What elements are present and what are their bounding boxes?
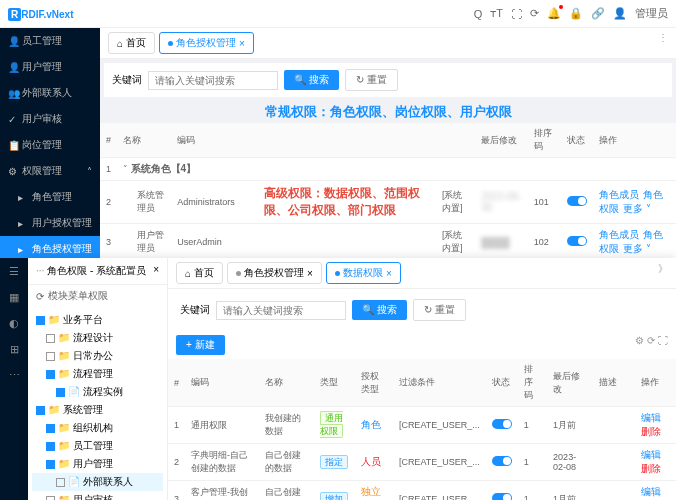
reset-button[interactable]: ↻ 重置 <box>345 69 398 91</box>
lock-icon[interactable]: 🔒 <box>569 7 583 20</box>
icon-font[interactable]: ᴛT <box>490 7 503 20</box>
icon-q[interactable]: Q <box>474 8 483 20</box>
tree-item[interactable]: 📁 用户管理 <box>32 455 163 473</box>
tabs-more-icon[interactable]: ⋮ <box>658 32 668 54</box>
tree-item[interactable]: 📄 流程实例 <box>32 383 163 401</box>
table-row[interactable]: 1通用权限我创建的数据通用权限角色[CREATE_USER_...11月前编辑 … <box>168 407 676 444</box>
sidebar-item[interactable]: ▸角色管理 <box>0 184 100 210</box>
table-row[interactable]: 3用户管理员UserAdmin[系统内置]████102角色成员角色权限更多 ˅ <box>100 224 676 261</box>
sidebar-item[interactable]: ⚙权限管理˄ <box>0 158 100 184</box>
refresh-icon[interactable]: ⟳ <box>530 7 539 20</box>
tab-data-perm[interactable]: 数据权限 × <box>326 262 401 284</box>
tree-item[interactable]: 📁 组织机构 <box>32 419 163 437</box>
username[interactable]: 管理员 <box>635 6 668 21</box>
vbar-icon[interactable]: ⋯ <box>0 362 28 388</box>
avatar[interactable]: 👤 <box>613 7 627 20</box>
sidebar-item[interactable]: 👥外部联系人 <box>0 80 100 106</box>
tree-item[interactable]: 📄 外部联系人 <box>32 473 163 491</box>
tab-home[interactable]: ⌂ 首页 <box>108 32 155 54</box>
tree-item[interactable]: 📁 员工管理 <box>32 437 163 455</box>
tree-item[interactable]: 📁 系统管理 <box>32 401 163 419</box>
sidebar-item[interactable]: 👤员工管理 <box>0 28 100 54</box>
reset-button-2[interactable]: ↻ 重置 <box>413 299 466 321</box>
tabs: ⌂ 首页 角色授权管理 × ⋮ <box>100 28 676 59</box>
tree-item[interactable]: 📁 流程设计 <box>32 329 163 347</box>
tree-item[interactable]: 📁 日常办公 <box>32 347 163 365</box>
sidebar-item[interactable]: ▸用户授权管理 <box>0 210 100 236</box>
table-row[interactable]: 2字典明细-自己创建的数据自己创建的数据指定人员[CREATE_USER_...… <box>168 444 676 481</box>
tab-home-2[interactable]: ⌂ 首页 <box>176 262 223 284</box>
banner-normal: 常规权限：角色权限、岗位权限、用户权限 <box>100 101 676 123</box>
table-row[interactable]: 2系统管理员Administrators高级权限：数据权限、范围权限、公司权限、… <box>100 181 676 224</box>
vbar-icon[interactable]: ▦ <box>0 284 28 310</box>
bell-icon[interactable]: 🔔 <box>547 7 561 20</box>
search-label: 关键词 <box>112 73 142 87</box>
expand-icon[interactable]: ⛶ <box>511 8 522 20</box>
search-input-2[interactable] <box>216 301 346 320</box>
vbar-icon[interactable]: ◐ <box>0 310 28 336</box>
panel-title: ··· 角色权限 - 系统配置员 <box>36 264 146 278</box>
close-icon[interactable]: × <box>153 264 159 278</box>
vbar-icon[interactable]: ☰ <box>0 258 28 284</box>
vbar-icon[interactable]: ⊞ <box>0 336 28 362</box>
sidebar-item[interactable]: 👤用户管理 <box>0 54 100 80</box>
panel-permission: ··· 角色权限 - 系统配置员 × ⟳模块菜单权限 📁 业务平台📁 流程设计📁… <box>28 258 676 500</box>
table-row[interactable]: 3客户管理-我创建的自己创建的数据增加独立设置[CREATE_USER_...1… <box>168 481 676 501</box>
sidebar-item[interactable]: 📋岗位管理 <box>0 132 100 158</box>
sidebar-item[interactable]: ✓用户审核 <box>0 106 100 132</box>
switch[interactable] <box>567 196 587 206</box>
settings-icon[interactable]: ⚙ ⟳ ⛶ <box>635 335 668 355</box>
tab-role-2[interactable]: 角色授权管理 × <box>227 262 322 284</box>
expand-icon-2[interactable]: 》 <box>658 262 668 284</box>
refresh-icon[interactable]: ⟳ <box>36 291 44 302</box>
tab-role-auth[interactable]: 角色授权管理 × <box>159 32 254 54</box>
header-actions: Q ᴛT ⛶ ⟳ 🔔 🔒 🔗 👤 管理员 <box>474 6 668 21</box>
search-button[interactable]: 🔍 搜索 <box>284 70 339 90</box>
new-button[interactable]: + 新建 <box>176 335 225 355</box>
perm-table: #编码名称类型授权类型过滤条件状态排序码最后修改描述操作 1通用权限我创建的数据… <box>168 359 676 500</box>
link-icon[interactable]: 🔗 <box>591 7 605 20</box>
search-input[interactable] <box>148 71 278 90</box>
tree-item[interactable]: 📁 用户审核 <box>32 491 163 500</box>
tree-item[interactable]: 📁 业务平台 <box>32 311 163 329</box>
tree-item[interactable]: 📁 流程管理 <box>32 365 163 383</box>
switch[interactable] <box>567 236 587 246</box>
search-button-2[interactable]: 🔍 搜索 <box>352 300 407 320</box>
logo: RRDIF.vNext <box>8 7 73 21</box>
